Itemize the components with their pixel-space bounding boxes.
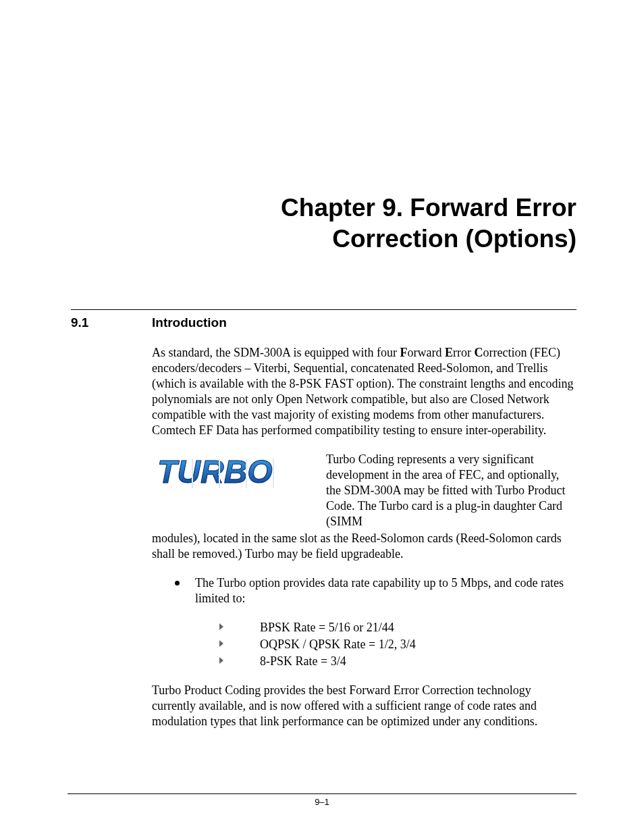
svg-text:TURBO: TURBO <box>157 454 273 490</box>
triangle-icon <box>219 623 223 630</box>
paragraph-conclusion: Turbo Product Coding provides the best F… <box>152 683 576 729</box>
page-footer: 9–1 <box>68 793 576 807</box>
section-title: Introduction <box>152 315 227 330</box>
sub-bullet-text: 8-PSK Rate = 3/4 <box>260 654 346 668</box>
triangle-icon <box>219 657 223 664</box>
sub-bullet-list: BPSK Rate = 5/16 or 21/44 OQPSK / QPSK R… <box>219 620 576 669</box>
list-item: The Turbo option provides data rate capa… <box>175 575 576 606</box>
footer-rule <box>68 793 576 794</box>
body-content: As standard, the SDM-300A is equipped wi… <box>152 345 576 730</box>
chapter-title-line1: Chapter 9. Forward Error <box>281 194 576 221</box>
sub-bullet-text: OQPSK / QPSK Rate = 1/2, 3/4 <box>260 637 416 651</box>
bullet-text: The Turbo option provides data rate capa… <box>195 576 564 605</box>
turbo-side-text: Turbo Coding represents a very significa… <box>326 452 576 529</box>
turbo-block: TURBO Turbo Coding represents a very sig… <box>152 452 576 529</box>
chapter-title: Chapter 9. Forward Error Correction (Opt… <box>71 192 576 255</box>
bullet-list: The Turbo option provides data rate capa… <box>175 575 576 606</box>
paragraph-intro: As standard, the SDM-300A is equipped wi… <box>152 345 576 438</box>
list-item: OQPSK / QPSK Rate = 1/2, 3/4 <box>219 637 576 652</box>
turbo-continuation: modules), located in the same slot as th… <box>152 531 576 562</box>
section-number: 9.1 <box>71 315 152 330</box>
page-number: 9–1 <box>68 797 576 807</box>
chapter-title-line2: Correction (Options) <box>332 225 576 253</box>
turbo-logo-icon: TURBO <box>152 452 307 494</box>
list-item: 8-PSK Rate = 3/4 <box>219 654 576 669</box>
sub-bullet-text: BPSK Rate = 5/16 or 21/44 <box>260 621 394 634</box>
section-heading: 9.1 Introduction <box>71 315 576 330</box>
document-page: Chapter 9. Forward Error Correction (Opt… <box>0 0 644 834</box>
section-rule <box>71 309 576 310</box>
triangle-icon <box>219 640 223 647</box>
list-item: BPSK Rate = 5/16 or 21/44 <box>219 620 576 635</box>
